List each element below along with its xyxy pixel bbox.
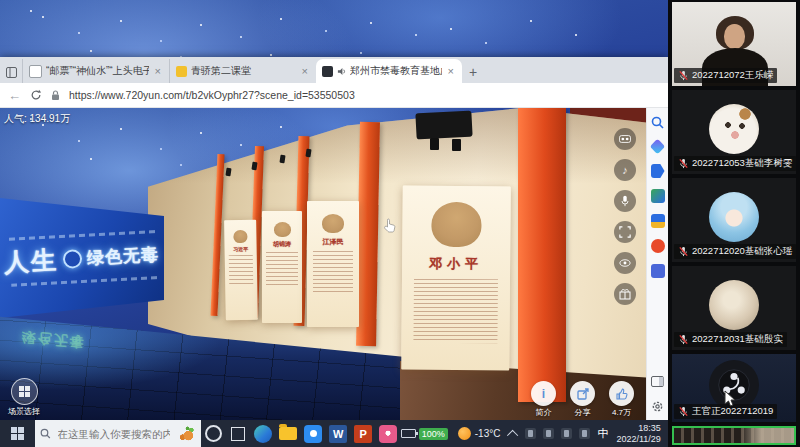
leader-poster: 胡锦涛	[262, 211, 302, 323]
participant-video-tile[interactable]: 王官正2022712019	[672, 354, 796, 422]
outlook-icon[interactable]	[651, 264, 665, 278]
edge-icon	[254, 425, 272, 443]
address-bar-url[interactable]: https://www.720yun.com/t/b2vkOyphr27?sce…	[69, 89, 355, 101]
tray-folder-icon[interactable]	[561, 428, 572, 439]
taskbar-edge[interactable]	[251, 420, 276, 447]
thumbs-up-icon[interactable]	[609, 381, 634, 406]
sidebar-toggle-icon[interactable]	[651, 376, 664, 387]
tray-notes-icon[interactable]	[543, 428, 554, 439]
tab-title: 青骄第二课堂	[191, 64, 296, 78]
taskbar-meeting-app[interactable]	[301, 420, 326, 447]
task-view-icon	[231, 427, 245, 441]
participant-video-tile[interactable]: 2022712053基础李树雯	[672, 90, 796, 174]
taskbar-powerpoint[interactable]: P	[351, 420, 376, 447]
like-button[interactable]: 4.7万	[609, 381, 634, 418]
office-icon[interactable]	[651, 239, 665, 253]
tab-news-article[interactable]: “邮票”“神仙水”“上头电子烟”诱… ×	[22, 59, 169, 83]
taskbar-word[interactable]: W	[326, 420, 351, 447]
taskbar-pink-app[interactable]	[376, 420, 401, 447]
share-icon[interactable]	[570, 381, 595, 406]
temperature-label: -13°C	[475, 428, 501, 439]
share-button[interactable]: 分享	[570, 381, 595, 418]
scene-grid-icon[interactable]	[11, 378, 38, 405]
viewer-bottom-controls: i 简介 分享 4.7万	[531, 381, 634, 418]
copilot-icon[interactable]	[650, 139, 666, 155]
gear-icon[interactable]	[651, 400, 664, 413]
mic-muted-icon	[678, 406, 689, 417]
scene-select-button[interactable]: 场景选择	[8, 378, 40, 417]
refresh-icon[interactable]	[30, 89, 42, 101]
cortana-icon	[205, 425, 222, 442]
tray-expand-icon[interactable]	[507, 429, 518, 440]
taskbar-search[interactable]	[35, 420, 201, 447]
powerpoint-icon: P	[354, 425, 372, 443]
info-icon[interactable]: i	[531, 381, 556, 406]
lock-icon	[51, 90, 60, 101]
browser-window: “邮票”“神仙水”“上头电子烟”诱… × 青骄第二课堂 × 郑州市禁毒教育基地虚…	[0, 57, 668, 420]
site-favicon-icon	[322, 66, 333, 77]
participant-video-tile[interactable]: 2022712031基础殷实	[672, 266, 796, 350]
folder-icon	[279, 427, 297, 440]
leader-poster: 习近平	[224, 220, 258, 321]
audio-playing-icon	[337, 67, 346, 76]
task-view-button[interactable]	[226, 420, 251, 447]
participant-video-tile[interactable]: 2022712020基础张心瑶	[672, 178, 796, 262]
search-icon	[40, 428, 51, 439]
screenshot-button[interactable]	[614, 221, 636, 243]
poster-text-lines	[266, 252, 297, 288]
led-text-sub: 绿色无毒	[86, 242, 159, 269]
tab-title: 郑州市禁毒教育基地虚拟三…	[350, 64, 442, 78]
led-screen: 人生 绿色无毒	[0, 198, 164, 318]
portrait	[274, 222, 291, 237]
gift-button[interactable]	[614, 283, 636, 305]
participant-video-tile[interactable]: 2022712072王乐嵘	[672, 2, 796, 86]
mic-muted-icon	[678, 334, 689, 345]
tray-mic-icon[interactable]	[525, 428, 536, 439]
tray-volume-icon[interactable]	[579, 428, 590, 439]
cortana-button[interactable]	[201, 420, 226, 447]
system-tray: 中	[510, 426, 608, 441]
windows-logo-icon	[11, 427, 24, 440]
poster-text-lines	[228, 255, 253, 285]
clock-time: 18:35	[616, 423, 660, 434]
info-button[interactable]: i 简介	[531, 381, 556, 418]
active-speaker-tile[interactable]	[672, 426, 796, 445]
back-icon[interactable]: ←	[8, 89, 21, 102]
start-button[interactable]	[0, 420, 35, 447]
spotlight	[452, 139, 461, 151]
camera-app-icon	[304, 425, 322, 443]
shopping-tag-icon[interactable]	[651, 164, 665, 178]
vertical-tabs-button[interactable]	[0, 61, 22, 83]
popularity-counter: 人气: 134.91万	[4, 112, 70, 126]
new-tab-button[interactable]: +	[462, 61, 484, 83]
tab-bar: “邮票”“神仙水”“上头电子烟”诱… × 青骄第二课堂 × 郑州市禁毒教育基地虚…	[0, 57, 668, 83]
view-toggle-button[interactable]	[614, 252, 636, 274]
qingjiao-favicon-icon	[176, 66, 187, 77]
search-icon[interactable]	[651, 116, 664, 129]
music-button[interactable]: ♪	[614, 159, 636, 181]
tab-close-icon[interactable]: ×	[300, 65, 310, 77]
pink-app-icon	[379, 425, 397, 443]
taskbar-clock[interactable]: 18:35 2022/11/29	[616, 423, 660, 445]
star-field	[30, 10, 32, 12]
vr-mode-button[interactable]	[614, 128, 636, 150]
tab-qingjiao[interactable]: 青骄第二课堂 ×	[169, 59, 316, 83]
collections-icon[interactable]	[651, 214, 665, 228]
spotlight	[430, 138, 439, 150]
panorama-viewport[interactable]: 人生 绿色无毒 绿色无毒 习近平	[0, 108, 646, 421]
audio-narration-button[interactable]	[614, 190, 636, 212]
taskbar-file-explorer[interactable]	[276, 420, 301, 447]
weather-widget[interactable]: -13°C	[458, 427, 501, 440]
portrait	[233, 230, 247, 243]
image-tool-icon[interactable]	[651, 189, 665, 203]
tab-close-icon[interactable]: ×	[446, 65, 456, 77]
ime-indicator[interactable]: 中	[597, 426, 608, 441]
battery-status[interactable]: 100%	[401, 420, 448, 447]
tab-virtual-museum-active[interactable]: 郑州市禁毒教育基地虚拟三… ×	[316, 59, 462, 83]
battery-icon	[401, 429, 416, 438]
tab-close-icon[interactable]: ×	[153, 65, 163, 77]
search-input[interactable]	[56, 427, 172, 441]
mic-muted-icon	[678, 158, 689, 169]
viewer-tools: ♪	[614, 128, 636, 305]
portrait	[322, 214, 344, 233]
